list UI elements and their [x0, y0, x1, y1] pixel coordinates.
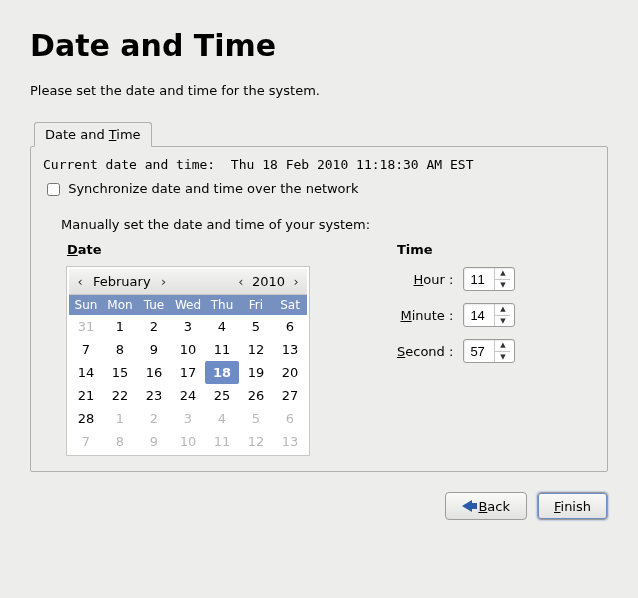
sync-row: Synchronize date and time over the netwo…: [43, 180, 595, 199]
calendar-header: ‹ February › ‹ 2010 ›: [69, 269, 307, 295]
calendar-day[interactable]: 18: [205, 361, 239, 384]
calendar-day[interactable]: 27: [273, 384, 307, 407]
finish-button[interactable]: Finish: [537, 492, 608, 520]
calendar-day[interactable]: 15: [103, 361, 137, 384]
calendar-row: 78910111213: [69, 338, 307, 361]
calendar-day[interactable]: 9: [137, 338, 171, 361]
calendar-day[interactable]: 24: [171, 384, 205, 407]
second-down-icon[interactable]: ▼: [495, 352, 510, 363]
calendar-day-other[interactable]: 4: [205, 407, 239, 430]
calendar-daynames: SunMonTueWedThuFriSat: [69, 295, 307, 315]
calendar-dayname: Sat: [273, 295, 307, 315]
calendar: ‹ February › ‹ 2010 › SunMonTueWedThuFri…: [67, 267, 309, 455]
calendar-grid: 3112345678910111213141516171819202122232…: [69, 315, 307, 453]
calendar-day-other[interactable]: 2: [137, 407, 171, 430]
calendar-day-other[interactable]: 11: [205, 430, 239, 453]
calendar-row: 14151617181920: [69, 361, 307, 384]
second-spinner[interactable]: ▲ ▼: [463, 339, 515, 363]
page-title: Date and Time: [30, 28, 608, 63]
calendar-day[interactable]: 25: [205, 384, 239, 407]
calendar-dayname: Mon: [103, 295, 137, 315]
calendar-day[interactable]: 8: [103, 338, 137, 361]
minute-input[interactable]: [464, 304, 494, 326]
hour-label: Hour :: [414, 272, 454, 287]
calendar-day[interactable]: 5: [239, 315, 273, 338]
calendar-day[interactable]: 17: [171, 361, 205, 384]
year-prev-icon[interactable]: ‹: [234, 274, 248, 289]
page-subtitle: Please set the date and time for the sys…: [30, 83, 608, 98]
calendar-day[interactable]: 10: [171, 338, 205, 361]
calendar-day-other[interactable]: 1: [103, 407, 137, 430]
calendar-dayname: Fri: [239, 295, 273, 315]
calendar-dayname: Wed: [171, 295, 205, 315]
sync-label-text: Synchronize date and time over the netwo…: [68, 181, 358, 196]
second-label: Second :: [397, 344, 453, 359]
calendar-day[interactable]: 4: [205, 315, 239, 338]
year-next-icon[interactable]: ›: [289, 274, 303, 289]
calendar-dayname: Sun: [69, 295, 103, 315]
back-arrow-icon: [462, 500, 472, 512]
second-input[interactable]: [464, 340, 494, 362]
calendar-day[interactable]: 28: [69, 407, 103, 430]
back-button[interactable]: Back: [445, 492, 527, 520]
hour-up-icon[interactable]: ▲: [495, 268, 510, 280]
calendar-day[interactable]: 6: [273, 315, 307, 338]
month-prev-icon[interactable]: ‹: [73, 274, 87, 289]
calendar-day[interactable]: 3: [171, 315, 205, 338]
calendar-day-other[interactable]: 8: [103, 430, 137, 453]
calendar-day-other[interactable]: 3: [171, 407, 205, 430]
calendar-day-other[interactable]: 13: [273, 430, 307, 453]
hour-input[interactable]: [464, 268, 494, 290]
calendar-day[interactable]: 11: [205, 338, 239, 361]
sync-checkbox-label[interactable]: Synchronize date and time over the netwo…: [43, 181, 358, 196]
calendar-day[interactable]: 12: [239, 338, 273, 361]
month-next-icon[interactable]: ›: [157, 274, 171, 289]
calendar-day-other[interactable]: 12: [239, 430, 273, 453]
calendar-year[interactable]: 2010: [248, 274, 289, 289]
hour-spinner[interactable]: ▲ ▼: [463, 267, 515, 291]
calendar-day-other[interactable]: 5: [239, 407, 273, 430]
calendar-dayname: Thu: [205, 295, 239, 315]
minute-up-icon[interactable]: ▲: [495, 304, 510, 316]
calendar-dayname: Tue: [137, 295, 171, 315]
calendar-day-other[interactable]: 9: [137, 430, 171, 453]
minute-label: Minute :: [400, 308, 453, 323]
calendar-day[interactable]: 1: [103, 315, 137, 338]
calendar-day-other[interactable]: 10: [171, 430, 205, 453]
calendar-day[interactable]: 21: [69, 384, 103, 407]
calendar-row: 21222324252627: [69, 384, 307, 407]
minute-down-icon[interactable]: ▼: [495, 316, 510, 327]
calendar-day[interactable]: 13: [273, 338, 307, 361]
calendar-day[interactable]: 26: [239, 384, 273, 407]
calendar-day[interactable]: 7: [69, 338, 103, 361]
second-up-icon[interactable]: ▲: [495, 340, 510, 352]
date-section-title: Date: [67, 242, 357, 257]
calendar-day[interactable]: 2: [137, 315, 171, 338]
sync-checkbox[interactable]: [47, 183, 60, 196]
calendar-row: 31123456: [69, 315, 307, 338]
time-section-title: Time: [397, 242, 515, 257]
tab-date-and-time[interactable]: Date and Time: [34, 122, 152, 147]
calendar-day-other[interactable]: 6: [273, 407, 307, 430]
calendar-row: 28123456: [69, 407, 307, 430]
minute-spinner[interactable]: ▲ ▼: [463, 303, 515, 327]
current-datetime: Current date and time: Thu 18 Feb 2010 1…: [43, 157, 595, 172]
calendar-day[interactable]: 19: [239, 361, 273, 384]
calendar-row: 78910111213: [69, 430, 307, 453]
hour-down-icon[interactable]: ▼: [495, 280, 510, 291]
tab-content: Current date and time: Thu 18 Feb 2010 1…: [30, 146, 608, 472]
calendar-day[interactable]: 16: [137, 361, 171, 384]
manual-set-label: Manually set the date and time of your s…: [61, 217, 595, 232]
calendar-day[interactable]: 22: [103, 384, 137, 407]
calendar-day[interactable]: 23: [137, 384, 171, 407]
calendar-day[interactable]: 20: [273, 361, 307, 384]
calendar-day[interactable]: 14: [69, 361, 103, 384]
calendar-day-other[interactable]: 7: [69, 430, 103, 453]
calendar-day-other[interactable]: 31: [69, 315, 103, 338]
calendar-month[interactable]: February: [87, 274, 157, 289]
